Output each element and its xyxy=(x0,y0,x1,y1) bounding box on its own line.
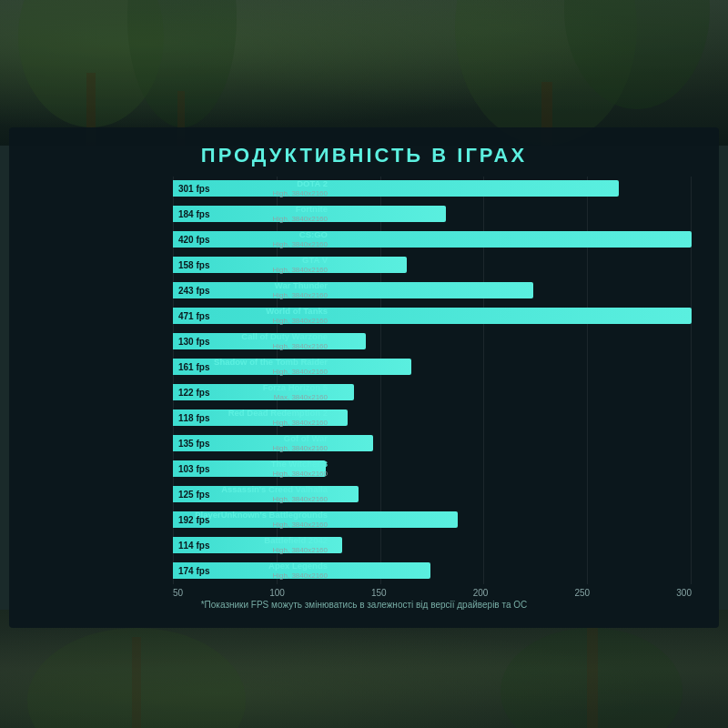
bar-row: FortniteHigh, 3840x2160184 fps xyxy=(173,202,692,226)
game-name: World of Tanks xyxy=(173,307,328,317)
game-name: Battlefield 2042 xyxy=(173,536,328,546)
game-name: DOTA 2 xyxy=(173,179,328,189)
game-settings: High, 3840x2160 xyxy=(173,571,328,580)
game-name: CS:GO xyxy=(173,230,328,240)
game-label: Battlefield 2042High, 3840x2160 xyxy=(173,536,335,554)
x-axis-label: 50 xyxy=(173,588,183,598)
game-settings: High, 3840x2160 xyxy=(173,521,328,529)
background-top xyxy=(0,0,728,146)
game-label: The Witcher 3High, 3840x2160 xyxy=(173,460,335,478)
game-name: Gof of War xyxy=(173,434,328,444)
game-settings: High, 3840x2160 xyxy=(173,546,328,554)
game-settings: High, 3840x2160 xyxy=(173,342,328,350)
game-settings: High, 3840x2160 xyxy=(173,470,328,478)
bar-row: Battlefield 2042High, 3840x2160114 fps xyxy=(173,533,692,557)
game-label: GTA VHigh, 3840x2160 xyxy=(173,256,335,274)
x-axis-label: 250 xyxy=(575,588,591,598)
chart-container: DOTA 2High, 3840x2160301 fpsFortniteHigh… xyxy=(9,177,719,607)
game-name: Forza Horizon 5 xyxy=(173,383,328,393)
game-label: Gof of WarHigh, 3840x2160 xyxy=(173,434,335,452)
game-name: Fortnite xyxy=(173,205,328,215)
x-axis-label: 100 xyxy=(269,588,285,598)
bar-row: CS:GOHigh, 3840x2160420 fps xyxy=(173,228,692,251)
game-name: Call of Duty Warzone xyxy=(173,332,328,342)
game-settings: High, 3840x2160 xyxy=(173,266,328,274)
game-name: Apex Legends xyxy=(173,561,328,571)
game-label: Red Dead Redemption 2High, 3840x2160 xyxy=(173,409,335,427)
game-label: FortniteHigh, 3840x2160 xyxy=(173,205,335,223)
game-label: DOTA 2High, 3840x2160 xyxy=(173,179,335,197)
bar-row: DOTA 2High, 3840x2160301 fps xyxy=(173,177,692,200)
bar-row: World of TanksHigh, 3840x2160471 fps xyxy=(173,304,692,328)
bar-row: The Witcher 3High, 3840x2160103 fps xyxy=(173,457,692,480)
bar-row: GTA VHigh, 3840x2160158 fps xyxy=(173,253,692,277)
game-settings: High, 3840x2160 xyxy=(173,495,328,503)
game-name: Shadow of the Tomb Raider xyxy=(173,358,328,368)
game-name: The Witcher 3 xyxy=(173,460,328,470)
x-axis-label: 150 xyxy=(371,588,387,598)
bar-row: Call of Duty WarzoneHigh, 3840x2160130 f… xyxy=(173,329,692,353)
game-settings: High, 3840x2160 xyxy=(173,291,328,299)
game-name: Red Dead Redemption 2 xyxy=(173,409,328,419)
game-name: GTA V xyxy=(173,256,328,266)
game-label: Call of Duty WarzoneHigh, 3840x2160 xyxy=(173,332,335,350)
svg-rect-9 xyxy=(132,637,141,728)
bar-row: Shadow of the Tomb RaiderHigh, 3840x2160… xyxy=(173,355,692,379)
bar-row: PlayerUnknown's BattlegroundsHigh, 3840x… xyxy=(173,508,692,531)
bar-row: Red Dead Redemption 2High, 3840x2160118 … xyxy=(173,406,692,430)
main-panel: ПРОДУКТИВНІСТЬ В ІГРАХ DOTA 2High, 3840x… xyxy=(9,127,719,628)
game-label: CS:GOHigh, 3840x2160 xyxy=(173,230,335,248)
x-axis-label: 200 xyxy=(473,588,489,598)
game-settings: High, 3840x2160 xyxy=(173,317,328,325)
game-settings: High, 3840x2160 xyxy=(173,444,328,452)
footnote: *Показники FPS можуть змінюватись в зале… xyxy=(9,600,719,610)
game-label: War ThunderHigh, 3840x2160 xyxy=(173,281,335,299)
game-label: Assassin's Creed ValhallaHigh, 3840x2160 xyxy=(173,485,335,503)
chart-title: ПРОДУКТИВНІСТЬ В ІГРАХ xyxy=(9,127,719,177)
game-label: Forza Horizon 5Max, 3840x2160 xyxy=(173,383,335,401)
game-label: PlayerUnknown's BattlegroundsHigh, 3840x… xyxy=(173,511,335,529)
x-axis-label: 300 xyxy=(676,588,692,598)
game-settings: High, 3840x2160 xyxy=(173,189,328,197)
game-name: Assassin's Creed Valhalla xyxy=(173,485,328,495)
game-label: Apex LegendsHigh, 3840x2160 xyxy=(173,561,335,580)
bar-row: Assassin's Creed ValhallaHigh, 3840x2160… xyxy=(173,482,692,506)
game-settings: High, 3840x2160 xyxy=(173,215,328,223)
game-name: War Thunder xyxy=(173,281,328,291)
x-axis: 50100150200250300 xyxy=(173,584,692,598)
game-label: Shadow of the Tomb RaiderHigh, 3840x2160 xyxy=(173,358,335,376)
chart-area: DOTA 2High, 3840x2160301 fpsFortniteHigh… xyxy=(9,177,701,584)
bar-row: Apex LegendsHigh, 3840x2160174 fps xyxy=(173,559,692,582)
game-settings: Max, 3840x2160 xyxy=(173,393,328,401)
game-settings: High, 3840x2160 xyxy=(173,368,328,376)
game-name: PlayerUnknown's Battlegrounds xyxy=(173,511,328,521)
game-settings: High, 3840x2160 xyxy=(173,419,328,427)
bar-row: Gof of WarHigh, 3840x2160135 fps xyxy=(173,431,692,455)
bar-row: Forza Horizon 5Max, 3840x2160122 fps xyxy=(173,380,692,404)
game-settings: High, 3840x2160 xyxy=(173,240,328,248)
game-label: World of TanksHigh, 3840x2160 xyxy=(173,307,335,325)
bar-row: War ThunderHigh, 3840x2160243 fps xyxy=(173,278,692,302)
svg-rect-10 xyxy=(587,628,598,728)
